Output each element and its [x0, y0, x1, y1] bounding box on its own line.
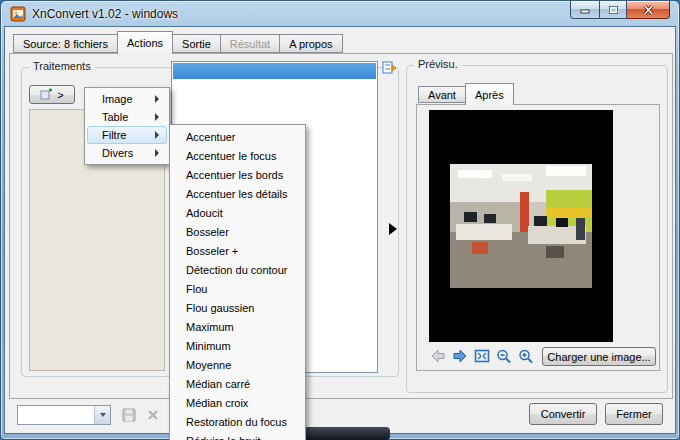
- window-controls: [570, 1, 670, 19]
- maximize-button[interactable]: [599, 1, 627, 19]
- minimize-button[interactable]: [570, 1, 599, 19]
- maximize-icon: [608, 5, 619, 15]
- save-preset-button: [119, 406, 139, 424]
- menu-item-divers[interactable]: Divers: [87, 144, 167, 162]
- preset-combobox-value[interactable]: [18, 406, 94, 424]
- submenu-item-flou-gaussien[interactable]: Flou gaussien: [172, 298, 303, 317]
- menu-item-label: Table: [102, 111, 128, 123]
- preview-canvas: [429, 110, 613, 342]
- chevron-down-icon: [100, 413, 106, 417]
- reorder-actions-icon[interactable]: [381, 60, 397, 76]
- load-image-button[interactable]: Charger une image...: [542, 347, 656, 366]
- submenu-item-bosseler[interactable]: Bosseler: [172, 222, 303, 241]
- submenu-arrow-icon: [155, 149, 159, 157]
- preview-tab-bar: Avant Après: [418, 83, 513, 105]
- delete-icon: [147, 409, 159, 421]
- tab-resultat: Résultat: [220, 34, 280, 53]
- preview-pane: Charger une image...: [416, 104, 660, 371]
- arrow-left-icon: [430, 349, 446, 363]
- zoom-in-icon: [518, 349, 534, 364]
- submenu-item-reduire-le-bruit[interactable]: Réduire le bruit: [172, 431, 303, 440]
- submenu-item-accentuer-les-bords[interactable]: Accentuer les bords: [172, 165, 303, 184]
- app-icon: [10, 6, 26, 22]
- preview-group-label: Prévisu.: [414, 58, 462, 70]
- menu-item-label: Divers: [102, 147, 133, 159]
- taskbar-glimpse: [303, 427, 390, 440]
- save-icon: [122, 408, 136, 422]
- menu-item-table[interactable]: Table: [87, 108, 167, 126]
- filter-submenu: Accentuer Accentuer le focus Accentuer l…: [169, 124, 306, 440]
- preview-photo: [450, 164, 592, 288]
- fit-to-window-button[interactable]: [472, 347, 492, 365]
- zoom-out-button[interactable]: [494, 347, 514, 365]
- next-image-button[interactable]: [450, 347, 470, 365]
- preset-combobox[interactable]: [17, 405, 111, 425]
- add-icon: [40, 88, 53, 101]
- submenu-item-maximum[interactable]: Maximum: [172, 317, 303, 336]
- main-tab-bar: Source: 8 fichiers Actions Sortie Résult…: [13, 31, 342, 54]
- add-action-label: >: [57, 89, 63, 101]
- treatments-group-label: Traitements: [29, 60, 95, 72]
- submenu-item-restoration-du-focus[interactable]: Restoration du focus: [172, 412, 303, 431]
- submenu-item-minimum[interactable]: Minimum: [172, 336, 303, 355]
- convert-button[interactable]: Convertir: [529, 403, 597, 425]
- close-icon: [643, 5, 654, 15]
- zoom-in-button[interactable]: [516, 347, 536, 365]
- delete-preset-button: [143, 406, 163, 424]
- close-button[interactable]: [627, 1, 670, 19]
- add-action-button[interactable]: >: [29, 85, 75, 104]
- menu-item-filtre[interactable]: Filtre: [87, 126, 167, 144]
- arrow-right-icon: [452, 349, 468, 363]
- submenu-arrow-icon: [155, 95, 159, 103]
- tab-actions[interactable]: Actions: [117, 31, 173, 54]
- tab-avant[interactable]: Avant: [418, 86, 466, 103]
- fit-to-window-icon: [474, 349, 490, 363]
- submenu-item-moyenne[interactable]: Moyenne: [172, 355, 303, 374]
- submenu-item-accentuer-les-details[interactable]: Accentuer les détails: [172, 184, 303, 203]
- submenu-arrow-icon: [155, 113, 159, 121]
- screen: XnConvert v1.02 - windows: [0, 0, 680, 440]
- window-title: XnConvert v1.02 - windows: [32, 7, 178, 21]
- selected-action-row[interactable]: [173, 63, 376, 79]
- menu-item-image[interactable]: Image: [87, 90, 167, 108]
- submenu-item-median-croix[interactable]: Médian croix: [172, 393, 303, 412]
- app-window: XnConvert v1.02 - windows: [0, 0, 680, 440]
- submenu-item-detection-du-contour[interactable]: Détection du contour: [172, 260, 303, 279]
- previous-image-button[interactable]: [428, 347, 448, 365]
- submenu-item-accentuer[interactable]: Accentuer: [172, 127, 303, 146]
- submenu-item-accentuer-le-focus[interactable]: Accentuer le focus: [172, 146, 303, 165]
- menu-item-label: Filtre: [102, 129, 126, 141]
- add-action-menu: Image Table Filtre Divers: [84, 87, 170, 165]
- close-dialog-button[interactable]: Fermer: [605, 403, 663, 425]
- submenu-item-adoucit[interactable]: Adoucit: [172, 203, 303, 222]
- tab-apropos[interactable]: A propos: [279, 34, 342, 53]
- submenu-item-median-carre[interactable]: Médian carré: [172, 374, 303, 393]
- preset-combobox-dropdown[interactable]: [94, 406, 110, 424]
- submenu-item-flou[interactable]: Flou: [172, 279, 303, 298]
- expand-arrow-icon[interactable]: [389, 223, 397, 235]
- tab-apres[interactable]: Après: [465, 83, 514, 105]
- menu-item-label: Image: [102, 93, 133, 105]
- submenu-arrow-icon: [155, 131, 159, 139]
- minimize-icon: [580, 5, 590, 14]
- tab-source[interactable]: Source: 8 fichiers: [13, 34, 118, 53]
- zoom-out-icon: [496, 349, 512, 364]
- submenu-item-bosseler-plus[interactable]: Bosseler +: [172, 241, 303, 260]
- tab-sortie[interactable]: Sortie: [172, 34, 221, 53]
